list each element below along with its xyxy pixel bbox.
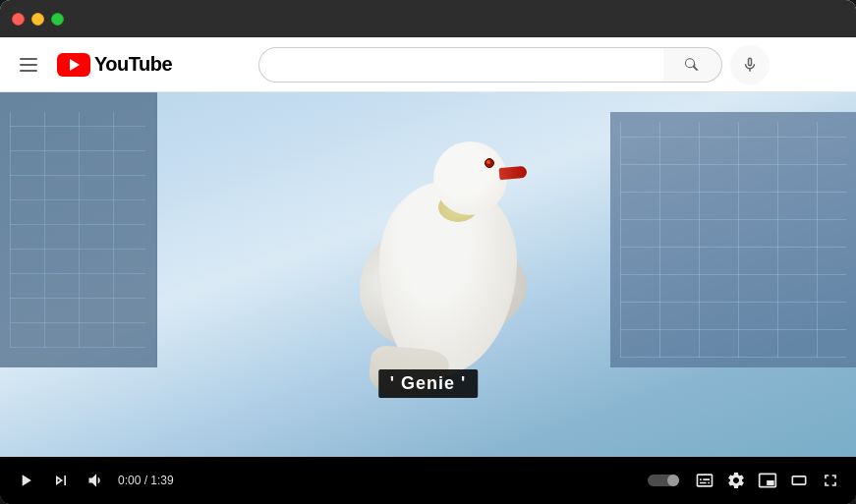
seagull-head — [433, 141, 507, 215]
video-scene: ' Genie ' — [0, 92, 856, 457]
settings-button[interactable] — [722, 467, 750, 494]
building-left — [0, 92, 157, 367]
theater-button[interactable] — [785, 467, 813, 494]
search-input[interactable] — [258, 47, 663, 83]
mic-button[interactable] — [730, 45, 770, 84]
fullscreen-icon — [821, 471, 840, 490]
fullscreen-button[interactable] — [817, 467, 844, 494]
title-bar — [0, 0, 856, 37]
youtube-play-icon — [70, 59, 80, 71]
miniplayer-icon — [758, 471, 777, 490]
youtube-logo-text: YouTube — [94, 53, 172, 76]
mic-icon — [741, 56, 759, 74]
autoplay-toggle[interactable] — [644, 469, 687, 492]
close-button[interactable] — [12, 13, 25, 26]
traffic-lights — [12, 13, 64, 26]
controls-right — [644, 467, 844, 494]
autoplay-icon — [648, 473, 683, 488]
seagull-beak — [498, 166, 527, 180]
browser-window: YouTube — [0, 0, 856, 504]
next-icon — [51, 471, 71, 490]
minimize-button[interactable] — [31, 13, 44, 26]
svg-point-1 — [667, 475, 679, 486]
search-button[interactable] — [663, 47, 722, 83]
play-button[interactable] — [12, 467, 39, 494]
miniplayer-button[interactable] — [754, 467, 781, 494]
time-display: 0:00 / 1:39 — [118, 474, 174, 487]
building-right — [610, 112, 856, 367]
seagull — [350, 132, 546, 407]
next-button[interactable] — [47, 467, 75, 494]
search-container — [258, 45, 770, 84]
maximize-button[interactable] — [51, 13, 64, 26]
subtitles-button[interactable] — [691, 467, 718, 494]
video-caption: ' Genie ' — [378, 369, 479, 398]
youtube-header: YouTube — [0, 37, 856, 92]
hamburger-menu-icon[interactable] — [16, 54, 41, 76]
volume-icon — [86, 471, 106, 490]
youtube-logo-icon — [57, 53, 90, 77]
seagull-eye — [485, 158, 494, 168]
youtube-logo[interactable]: YouTube — [57, 53, 172, 77]
subtitles-icon — [695, 471, 714, 490]
settings-icon — [726, 471, 746, 490]
search-icon — [685, 57, 701, 73]
theater-icon — [789, 471, 809, 490]
play-icon — [16, 471, 35, 490]
video-player[interactable]: ' Genie ' 0:00 / 1 — [0, 92, 856, 504]
video-controls-bar: 0:00 / 1:39 — [0, 457, 856, 504]
volume-button[interactable] — [83, 467, 110, 494]
